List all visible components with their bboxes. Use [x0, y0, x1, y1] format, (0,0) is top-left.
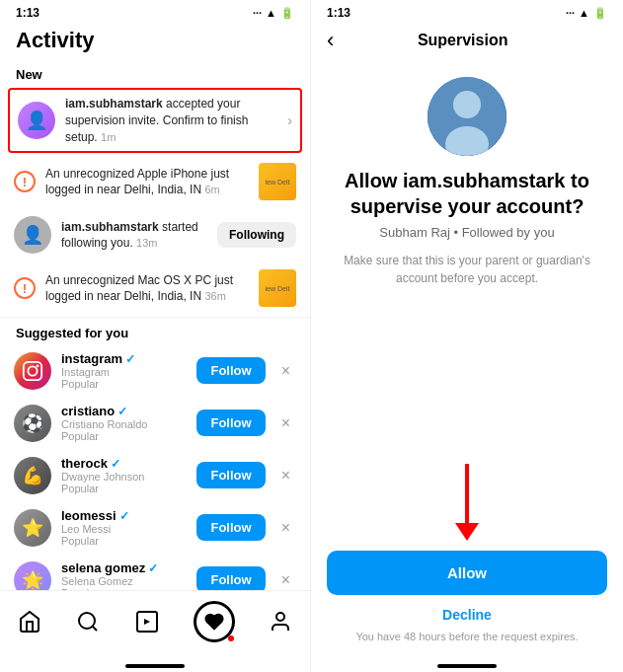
instagram-avatar [14, 352, 51, 390]
cristiano-sub2: Popular [61, 430, 187, 442]
selena-info: selena gomez ✓ Selena Gomez Popular [61, 560, 187, 590]
red-arrow [455, 464, 479, 541]
rock-subname: Dwayne Johnson [61, 471, 187, 483]
arrow-head [455, 523, 479, 541]
dismiss-messi-button[interactable]: × [275, 517, 296, 539]
left-status-bar: 1:13 ··· ▲ 🔋 [0, 0, 310, 24]
dismiss-rock-button[interactable]: × [275, 465, 296, 486]
right-dots-icon: ··· [566, 7, 575, 19]
back-button[interactable]: ‹ [327, 28, 334, 53]
dismiss-selena-button[interactable]: × [275, 569, 296, 590]
arrow-shaft [465, 464, 469, 523]
messi-subname: Leo Messi [61, 523, 187, 535]
bottom-indicator-left [125, 664, 185, 668]
following-button[interactable]: Following [217, 222, 296, 248]
following-username: iam.subhamstark [61, 220, 159, 234]
messi-info: leomessi ✓ Leo Messi Popular [61, 508, 187, 547]
section-divider [0, 317, 310, 318]
avatar-inner [428, 77, 506, 156]
supervision-username: iam.subhamstark [65, 97, 163, 111]
verified-badge-instagram: ✓ [125, 352, 135, 366]
svg-point-2 [37, 364, 39, 367]
left-panel: 1:13 ··· ▲ 🔋 Activity New 👤 iam.subhamst… [0, 0, 311, 672]
supervision-header: ‹ Supervision [311, 24, 623, 61]
cristiano-info: cristiano ✓ Cristiano Ronaldo Popular [61, 404, 187, 442]
dismiss-cristiano-button[interactable]: × [275, 412, 296, 434]
profile-nav-icon[interactable] [268, 609, 293, 635]
wifi-icon: ▲ [266, 7, 276, 19]
expires-text: You have 48 hours before the request exp… [355, 631, 578, 658]
allow-title: Allow iam.subhamstark to supervise your … [311, 168, 623, 219]
selena-name: selena gomez ✓ [61, 560, 187, 575]
profile-avatar-large [428, 77, 506, 156]
suggested-rock: 💪 therock ✓ Dwayne Johnson Popular Follo… [0, 449, 310, 501]
activity-list: New 👤 iam.subhamstark accepted your supe… [0, 61, 310, 590]
right-wifi-icon: ▲ [579, 7, 589, 19]
right-battery-icon: 🔋 [593, 7, 607, 20]
bottom-indicator-right [437, 664, 497, 668]
selena-subname: Selena Gomez [61, 575, 187, 587]
cristiano-avatar: ⚽ [14, 405, 51, 442]
instagram-subname: Instagram [61, 366, 187, 378]
new-section-label: New [0, 61, 310, 86]
warning-icon-mac: ! [14, 277, 36, 299]
supervision-avatar: 👤 [18, 102, 55, 139]
iphone-login-item[interactable]: ! An unrecognized Apple iPhone just logg… [0, 155, 310, 208]
supervision-text: iam.subhamstark accepted your supervisio… [65, 96, 277, 145]
instagram-sub2: Popular [61, 378, 187, 390]
supervision-title: Supervision [342, 32, 584, 49]
svg-point-3 [79, 613, 95, 629]
activity-nav-icon[interactable] [194, 601, 235, 642]
rock-avatar: 💪 [14, 457, 51, 494]
dismiss-instagram-button[interactable]: × [275, 360, 296, 382]
verified-badge-rock: ✓ [111, 457, 120, 471]
home-nav-icon[interactable] [17, 609, 42, 635]
svg-line-4 [93, 627, 97, 631]
iphone-login-text: An unrecognized Apple iPhone just logged… [45, 166, 249, 199]
follow-cristiano-button[interactable]: Follow [196, 410, 265, 436]
activity-notification-dot [228, 635, 234, 641]
right-time: 1:13 [327, 6, 350, 20]
page-title: Activity [0, 24, 310, 61]
messi-sub2: Popular [61, 535, 187, 547]
follow-rock-button[interactable]: Follow [196, 462, 265, 488]
following-item[interactable]: 👤 iam.subhamstark started following you.… [0, 208, 310, 261]
delhi-thumbnail: iew Delt [259, 163, 296, 200]
rock-info: therock ✓ Dwayne Johnson Popular [61, 456, 187, 494]
follow-messi-button[interactable]: Follow [196, 514, 265, 541]
battery-icon: 🔋 [280, 7, 294, 20]
cristiano-subname: Cristiano Ronaldo [61, 418, 187, 430]
right-status-bar: 1:13 ··· ▲ 🔋 [311, 0, 623, 24]
supervision-invite-item[interactable]: 👤 iam.subhamstark accepted your supervis… [8, 88, 302, 153]
rock-name: therock ✓ [61, 456, 187, 471]
suggested-instagram: instagram ✓ Instagram Popular Follow × [0, 344, 310, 397]
messi-name: leomessi ✓ [61, 508, 187, 523]
selena-avatar: 🌟 [14, 561, 51, 590]
verified-badge-selena: ✓ [148, 561, 158, 575]
verified-badge-cristiano: ✓ [117, 405, 127, 418]
follow-instagram-button[interactable]: Follow [196, 357, 265, 384]
allow-subtitle: Subham Raj • Followed by you [379, 225, 554, 240]
suggested-selena: 🌟 selena gomez ✓ Selena Gomez Popular Fo… [0, 554, 310, 590]
right-panel: 1:13 ··· ▲ 🔋 ‹ Supervision Allow iam.sub… [311, 0, 623, 672]
right-status-icons: ··· ▲ 🔋 [566, 7, 607, 20]
delhi-thumbnail-mac: iew Delt [259, 269, 296, 307]
warning-icon: ! [14, 171, 36, 192]
decline-button[interactable]: Decline [442, 603, 492, 631]
bottom-nav [0, 590, 310, 658]
following-text: iam.subhamstark started following you. 1… [61, 219, 207, 253]
allow-button[interactable]: Allow [327, 551, 607, 595]
reels-nav-icon[interactable] [134, 609, 160, 635]
cristiano-name: cristiano ✓ [61, 404, 187, 418]
search-nav-icon[interactable] [75, 609, 101, 635]
follow-selena-button[interactable]: Follow [196, 566, 265, 590]
messi-avatar: ⭐ [14, 509, 51, 547]
svg-point-8 [453, 91, 481, 118]
arrow-container [455, 287, 479, 551]
mac-login-text: An unrecognized Mac OS X PC just logged … [45, 272, 249, 306]
mac-login-item[interactable]: ! An unrecognized Mac OS X PC just logge… [0, 261, 310, 315]
left-time: 1:13 [16, 6, 39, 20]
allow-description: Make sure that this is your parent or gu… [311, 240, 623, 287]
svg-rect-0 [24, 362, 41, 380]
suggested-messi: ⭐ leomessi ✓ Leo Messi Popular Follow × [0, 501, 310, 554]
